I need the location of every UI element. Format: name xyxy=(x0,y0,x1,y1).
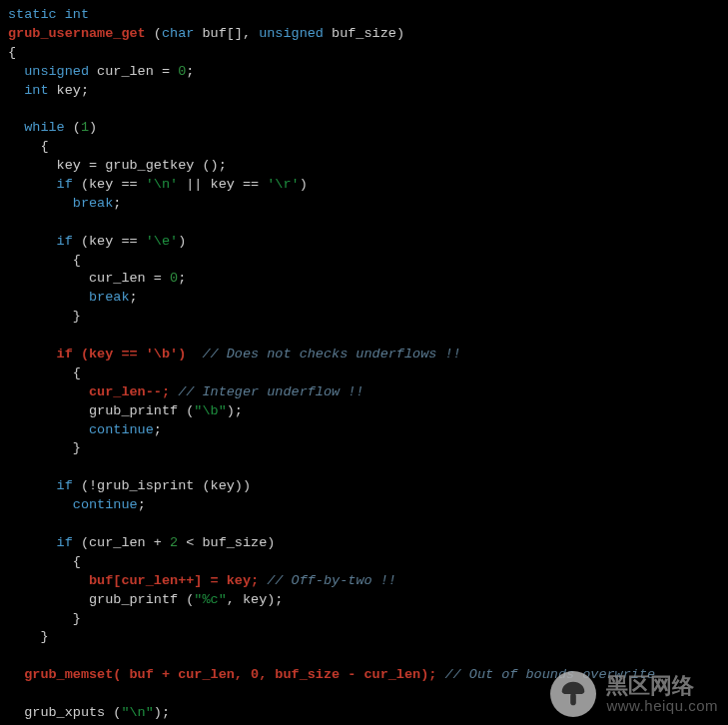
t xyxy=(8,177,57,192)
t xyxy=(8,120,24,135)
watermark-title: 黑区网络 xyxy=(606,674,718,698)
blank xyxy=(8,686,16,701)
brace: { xyxy=(8,554,81,569)
t: ; xyxy=(178,271,186,286)
blank xyxy=(8,328,16,343)
t xyxy=(8,384,89,399)
type-unsigned: unsigned xyxy=(24,64,89,79)
watermark-text: 黑区网络 www.heiqu.com xyxy=(606,674,718,715)
t: (key == xyxy=(73,177,146,192)
cmt-int-underflow: // Integer underflow !! xyxy=(178,384,364,399)
code-block: static int grub_username_get (char buf[]… xyxy=(8,6,720,725)
bug-assign: buf[cur_len++] = key; xyxy=(89,573,259,588)
brace: { xyxy=(8,45,16,60)
t xyxy=(8,64,24,79)
kw-if: if xyxy=(57,535,73,550)
brace: { xyxy=(8,139,49,154)
blank xyxy=(8,215,16,230)
t: < buf_size) xyxy=(178,535,275,550)
brace: { xyxy=(8,365,81,380)
blank xyxy=(8,101,16,116)
t xyxy=(8,234,57,249)
t: grub_printf ( xyxy=(8,403,194,418)
watermark: 黑区网络 www.heiqu.com xyxy=(550,671,718,717)
blank xyxy=(8,516,16,531)
t: ; xyxy=(130,290,138,305)
t: , key); xyxy=(227,592,284,607)
t: ( xyxy=(65,120,81,135)
t: ) xyxy=(300,177,308,192)
t: ; xyxy=(113,196,121,211)
t xyxy=(8,497,73,512)
bug-decrement: cur_len--; xyxy=(89,384,170,399)
kw-if: if xyxy=(57,478,73,493)
t: key = grub_getkey (); xyxy=(8,158,227,173)
t: ) xyxy=(89,120,97,135)
t xyxy=(8,535,57,550)
t: buf_size) xyxy=(324,26,404,41)
str-lit: "%c" xyxy=(194,592,226,607)
t xyxy=(8,667,24,682)
blank xyxy=(8,459,16,474)
t xyxy=(8,196,73,211)
kw-if: if xyxy=(57,177,73,192)
char-lit: '\e' xyxy=(146,234,178,249)
brace: } xyxy=(8,629,49,644)
t: ); xyxy=(227,403,243,418)
t: key; xyxy=(49,83,90,98)
t: cur_len = xyxy=(89,64,178,79)
t xyxy=(8,83,24,98)
mushroom-icon xyxy=(550,671,596,717)
t xyxy=(8,573,89,588)
t: buf[], xyxy=(194,26,259,41)
bug-if-backspace: if (key == '\b') xyxy=(57,347,187,362)
svg-rect-0 xyxy=(571,693,577,705)
t: ) xyxy=(178,234,186,249)
num: 0 xyxy=(170,271,178,286)
t: ; xyxy=(138,497,146,512)
kw-continue: continue xyxy=(73,497,138,512)
t xyxy=(8,347,57,362)
kw-while: while xyxy=(24,120,65,135)
cmt-underflow-check: // Does not checks underflows !! xyxy=(202,347,460,362)
type-int: int xyxy=(65,7,89,22)
fn-name: grub_username_get xyxy=(8,26,146,41)
t: ; xyxy=(154,422,162,437)
type-int: int xyxy=(24,83,48,98)
num: 2 xyxy=(170,535,178,550)
kw-if: if xyxy=(57,234,73,249)
t: (!grub_isprint (key)) xyxy=(73,478,251,493)
bug-memset: grub_memset( buf + cur_len, 0, buf_size … xyxy=(24,667,436,682)
t: ; xyxy=(186,64,194,79)
t: grub_printf ( xyxy=(8,592,194,607)
char-lit: '\n' xyxy=(146,177,178,192)
t xyxy=(186,347,202,362)
t: (cur_len + xyxy=(73,535,170,550)
t: cur_len = xyxy=(8,271,170,286)
num: 1 xyxy=(81,120,89,135)
type-char: char xyxy=(162,26,194,41)
kw-continue: continue xyxy=(89,422,154,437)
str-lit: "\b" xyxy=(194,403,226,418)
t: grub_xputs ( xyxy=(8,705,121,720)
type-unsigned: unsigned xyxy=(259,26,324,41)
t: ( xyxy=(146,26,162,41)
char-lit: '\r' xyxy=(267,177,299,192)
brace: } xyxy=(8,440,81,455)
t: || key == xyxy=(178,177,267,192)
t xyxy=(8,422,89,437)
brace: { xyxy=(8,253,81,268)
t xyxy=(8,290,89,305)
blank xyxy=(8,648,16,663)
kw-break: break xyxy=(73,196,114,211)
t xyxy=(170,384,178,399)
t xyxy=(8,478,57,493)
kw-static: static xyxy=(8,7,57,22)
cmt-offbytwo: // Off-by-two !! xyxy=(267,573,396,588)
watermark-url: www.heiqu.com xyxy=(606,698,718,715)
brace: } xyxy=(8,611,81,626)
str-lit: "\n" xyxy=(121,705,153,720)
brace: } xyxy=(8,309,81,324)
t: (key == xyxy=(73,234,146,249)
kw-break: break xyxy=(89,290,130,305)
